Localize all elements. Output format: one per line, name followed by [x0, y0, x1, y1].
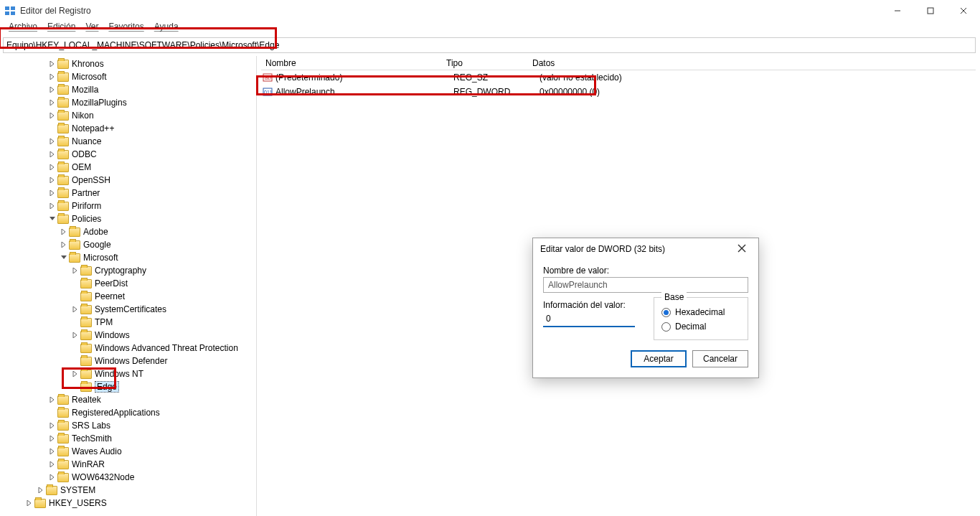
- chevron-right-icon[interactable]: [47, 162, 57, 172]
- tree-node[interactable]: Waves Audio: [0, 445, 256, 458]
- tree-label: Peernet: [95, 291, 125, 301]
- tree-node[interactable]: SystemCertificates: [0, 303, 256, 316]
- radio-dec-input[interactable]: [661, 322, 671, 332]
- tree-node[interactable]: Notepad++: [0, 122, 256, 135]
- tree-node[interactable]: Partner: [0, 187, 256, 200]
- tree-label: Microsoft: [72, 72, 107, 82]
- tree-node[interactable]: Peernet: [0, 290, 256, 303]
- dialog-titlebar[interactable]: Editar valor de DWORD (32 bits): [533, 238, 758, 260]
- tree-node[interactable]: Nuance: [0, 135, 256, 148]
- menu-file[interactable]: Archivo: [4, 22, 42, 36]
- value-row[interactable]: ab(Predeterminado)REG_SZ(valor no establ…: [261, 70, 976, 85]
- value-data: (valor no establecido): [540, 72, 976, 83]
- chevron-right-icon[interactable]: [47, 175, 57, 185]
- chevron-right-icon[interactable]: [47, 188, 57, 198]
- name-label: Nombre de valor:: [543, 266, 748, 276]
- menu-favorites[interactable]: Favoritos: [104, 22, 148, 36]
- folder-icon: [57, 137, 69, 146]
- tree-label: Edge: [95, 381, 119, 393]
- tree-node[interactable]: MozillaPlugins: [0, 96, 256, 109]
- tree-label: Realtek: [72, 395, 101, 405]
- tree-node[interactable]: Microsoft: [0, 70, 256, 83]
- tree-pane[interactable]: KhronosMicrosoftMozillaMozillaPluginsNik…: [0, 56, 257, 516]
- tree-node[interactable]: Cryptography: [0, 264, 256, 277]
- chevron-right-icon[interactable]: [47, 149, 57, 159]
- menu-help[interactable]: Ayuda: [150, 22, 183, 36]
- value-row[interactable]: 011AllowPrelaunchREG_DWORD0x00000000 (0): [261, 85, 976, 99]
- tree-label: OpenSSH: [72, 175, 110, 185]
- col-data[interactable]: Datos: [532, 58, 555, 68]
- chevron-right-icon[interactable]: [47, 472, 57, 482]
- value-data-input[interactable]: [543, 311, 635, 327]
- tree-label: Nuance: [72, 136, 101, 146]
- tree-node[interactable]: Windows NT: [0, 367, 256, 380]
- chevron-down-icon[interactable]: [59, 253, 69, 263]
- chevron-right-icon[interactable]: [47, 201, 57, 211]
- close-button[interactable]: [947, 0, 980, 22]
- base-legend: Base: [661, 292, 687, 302]
- chevron-right-icon[interactable]: [59, 227, 69, 237]
- tree-node[interactable]: SRS Labs: [0, 419, 256, 432]
- menu-edit[interactable]: Edición: [43, 22, 80, 36]
- maximize-button[interactable]: [914, 0, 947, 22]
- tree-node[interactable]: Google: [0, 238, 256, 251]
- chevron-right-icon[interactable]: [47, 421, 57, 431]
- menu-view[interactable]: Ver: [81, 22, 103, 36]
- chevron-right-icon[interactable]: [47, 446, 57, 456]
- tree-node[interactable]: Edge: [0, 380, 256, 393]
- col-name[interactable]: Nombre: [265, 58, 296, 68]
- chevron-right-icon[interactable]: [70, 266, 80, 276]
- base-fieldset: Base Hexadecimal Decimal: [654, 297, 748, 340]
- tree-node[interactable]: OpenSSH: [0, 174, 256, 187]
- tree-node[interactable]: Adobe: [0, 225, 256, 238]
- tree-node[interactable]: ODBC: [0, 148, 256, 161]
- tree-node[interactable]: TPM: [0, 316, 256, 329]
- radio-hex[interactable]: Hexadecimal: [661, 305, 740, 319]
- chevron-right-icon[interactable]: [47, 98, 57, 108]
- chevron-right-icon[interactable]: [36, 485, 46, 495]
- chevron-right-icon[interactable]: [47, 59, 57, 69]
- chevron-right-icon[interactable]: [47, 433, 57, 444]
- tree-node[interactable]: Khronos: [0, 57, 256, 70]
- dialog-close-button[interactable]: [732, 243, 751, 255]
- tree-node[interactable]: Piriform: [0, 200, 256, 212]
- values-header[interactable]: Nombre Tipo Datos: [261, 56, 976, 70]
- chevron-right-icon[interactable]: [59, 240, 69, 250]
- tree-node[interactable]: Nikon: [0, 109, 256, 122]
- tree-node[interactable]: Windows Advanced Threat Protection: [0, 342, 256, 355]
- tree-node[interactable]: Microsoft: [0, 251, 256, 264]
- chevron-right-icon[interactable]: [47, 395, 57, 405]
- tree-node[interactable]: SYSTEM: [0, 484, 256, 497]
- tree-node[interactable]: PeerDist: [0, 277, 256, 290]
- tree-node[interactable]: Policies: [0, 212, 256, 225]
- tree-node[interactable]: TechSmith: [0, 432, 256, 445]
- tree-node[interactable]: Windows: [0, 329, 256, 342]
- chevron-right-icon[interactable]: [70, 304, 80, 314]
- tree-node[interactable]: RegisteredApplications: [0, 406, 256, 419]
- chevron-right-icon[interactable]: [24, 498, 34, 508]
- chevron-right-icon[interactable]: [70, 330, 80, 340]
- chevron-right-icon[interactable]: [70, 369, 80, 379]
- tree-node[interactable]: OEM: [0, 161, 256, 174]
- radio-hex-input[interactable]: [661, 308, 671, 317]
- tree-node[interactable]: WOW6432Node: [0, 471, 256, 484]
- chevron-right-icon[interactable]: [47, 459, 57, 469]
- menubar: Archivo Edición Ver Favoritos Ayuda: [0, 22, 980, 36]
- tree-node[interactable]: Mozilla: [0, 83, 256, 96]
- tree-node[interactable]: HKEY_USERS: [0, 497, 256, 510]
- col-type[interactable]: Tipo: [446, 58, 463, 68]
- minimize-button[interactable]: [881, 0, 914, 22]
- tree-node[interactable]: Realtek: [0, 393, 256, 406]
- chevron-right-icon[interactable]: [47, 111, 57, 121]
- radio-dec[interactable]: Decimal: [661, 319, 740, 334]
- chevron-down-icon[interactable]: [47, 214, 57, 224]
- chevron-right-icon[interactable]: [47, 136, 57, 146]
- tree-node[interactable]: Windows Defender: [0, 355, 256, 367]
- folder-icon: [57, 98, 69, 108]
- cancel-button[interactable]: Cancelar: [692, 350, 748, 367]
- tree-node[interactable]: WinRAR: [0, 458, 256, 471]
- chevron-right-icon[interactable]: [47, 72, 57, 82]
- chevron-right-icon[interactable]: [47, 85, 57, 95]
- address-bar[interactable]: Equipo\HKEY_LOCAL_MACHINE\SOFTWARE\Polic…: [3, 37, 976, 53]
- ok-button[interactable]: Aceptar: [631, 350, 687, 367]
